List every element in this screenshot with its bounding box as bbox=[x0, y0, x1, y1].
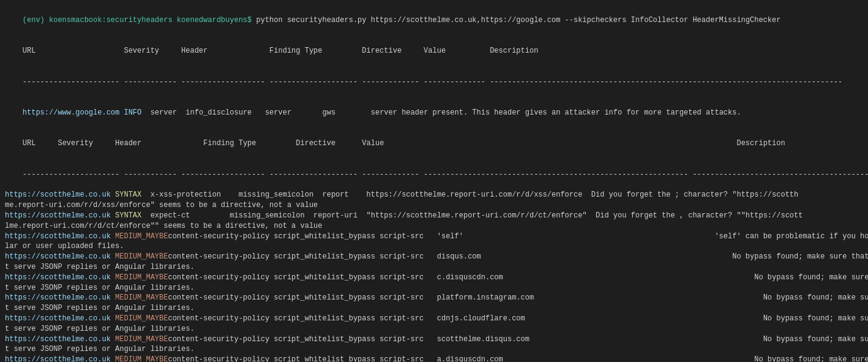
row-finding: script_whitelist_bypass bbox=[269, 293, 375, 302]
table-row: https://scotthelme.co.uk MEDIUM_MAYBEcon… bbox=[5, 232, 863, 242]
row-finding: missing_semicolon bbox=[221, 190, 313, 199]
row-directive: script-src bbox=[375, 355, 424, 362]
row-directive: script-src bbox=[375, 232, 424, 241]
row-desc: 'self' can be problematic if you host JS… bbox=[463, 232, 868, 241]
prompt: (env) koensmacbook:securityheaders koene… bbox=[23, 16, 256, 25]
row-header: content-security-policy bbox=[168, 355, 269, 362]
row-severity: MEDIUM_MAYBE bbox=[115, 252, 168, 261]
table-row: https://scotthelme.co.uk MEDIUM_MAYBEcon… bbox=[5, 334, 863, 345]
row-directive: script-src bbox=[375, 252, 424, 261]
table-row: https://scotthelme.co.uk MEDIUM_MAYBEcon… bbox=[5, 252, 863, 262]
google-url: https://www.google.com bbox=[23, 108, 119, 117]
row-header: content-security-policy bbox=[168, 335, 269, 344]
divider-2: ---------------------- ------------ ----… bbox=[5, 159, 863, 190]
row-desc: No bypass found; make sure that this URL… bbox=[481, 252, 868, 261]
row-desc: No bypass found; make sure that this URL… bbox=[529, 335, 868, 344]
row-value: c.disquscdn.com bbox=[424, 273, 503, 282]
row-severity: MEDIUM_MAYBE bbox=[115, 273, 168, 282]
google-row: https://www.google.com INFO server info_… bbox=[5, 97, 863, 128]
table-row: t serve JSONP replies or Angular librari… bbox=[5, 344, 863, 355]
row-header: content-security-policy bbox=[168, 273, 269, 282]
row-severity: MEDIUM_MAYBE bbox=[115, 355, 168, 362]
table-row: lar or user uploaded files. bbox=[5, 241, 863, 252]
row-url: https://scotthelme.co.uk bbox=[5, 335, 111, 344]
row-desc: Did you forget the , character? ""https:… bbox=[587, 211, 803, 220]
row-severity: MEDIUM_MAYBE bbox=[115, 232, 168, 241]
header-line-2: URL Severity Header Finding Type Directi… bbox=[5, 129, 863, 159]
row-severity: MEDIUM_MAYBE bbox=[115, 314, 168, 323]
row-header: content-security-policy bbox=[168, 314, 269, 323]
row-value: platform.instagram.com bbox=[424, 293, 534, 302]
row-url: https://scotthelme.co.uk bbox=[5, 314, 111, 323]
row-url: https://scotthelme.co.uk bbox=[5, 273, 111, 282]
row-url: https://scotthelme.co.uk bbox=[5, 293, 111, 302]
row-value: disqus.com bbox=[424, 252, 481, 261]
row-desc: No bypass found; make sure that this URL… bbox=[503, 355, 868, 362]
row-value: "https://scotthelme.report-uri.com/r/d/c… bbox=[357, 211, 586, 220]
table-row: https://scotthelme.co.uk MEDIUM_MAYBEcon… bbox=[5, 314, 863, 324]
row-finding: missing_semicolon bbox=[190, 211, 304, 220]
command: python securityheaders.py https://scotth… bbox=[256, 16, 780, 25]
table-row: t serve JSONP replies or Angular librari… bbox=[5, 324, 863, 334]
row-severity: SYNTAX bbox=[115, 211, 141, 220]
row-directive: report bbox=[313, 190, 349, 199]
row-finding: script_whitelist_bypass bbox=[269, 314, 375, 323]
row-value: https://scotthelme.report-uri.com/r/d/xs… bbox=[349, 190, 583, 199]
row-finding: script_whitelist_bypass bbox=[269, 335, 375, 344]
terminal: (env) koensmacbook:securityheaders koene… bbox=[5, 5, 863, 362]
row-value: 'self' bbox=[424, 232, 463, 241]
row-header: content-security-policy bbox=[168, 293, 269, 302]
header-line-1: URL Severity Header Finding Type Directi… bbox=[5, 36, 863, 66]
row-value: cdnjs.cloudflare.com bbox=[424, 314, 525, 323]
table-row: https://scotthelme.co.uk MEDIUM_MAYBEcon… bbox=[5, 273, 863, 283]
row-directive: script-src bbox=[375, 335, 424, 344]
row-directive: script-src bbox=[375, 293, 424, 302]
row-desc: Did you forget the ; character? "https:/… bbox=[582, 190, 798, 199]
table-row: t serve JSONP replies or Angular librari… bbox=[5, 303, 863, 314]
row-finding: script_whitelist_bypass bbox=[269, 252, 375, 261]
google-severity: INFO bbox=[119, 108, 141, 117]
table-row: t serve JSONP replies or Angular librari… bbox=[5, 283, 863, 293]
row-finding: script_whitelist_bypass bbox=[269, 355, 375, 362]
row-desc: No bypass found; make sure that this URL… bbox=[534, 293, 868, 302]
table-row: https://scotthelme.co.uk MEDIUM_MAYBEcon… bbox=[5, 355, 863, 362]
row-value: scotthelme.disqus.com bbox=[424, 335, 529, 344]
row-header: expect-ct bbox=[141, 211, 190, 220]
row-desc: No bypass found; make sure that this URL… bbox=[503, 273, 868, 282]
row-directive: script-src bbox=[375, 273, 424, 282]
table-row: https://scotthelme.co.uk SYNTAX x-xss-pr… bbox=[5, 190, 863, 200]
row-url: https://scotthelme.co.uk bbox=[5, 211, 111, 220]
table-row: https://scotthelme.co.uk MEDIUM_MAYBEcon… bbox=[5, 293, 863, 303]
table-row: me.report-uri.com/r/d/xss/enforce" seems… bbox=[5, 200, 863, 211]
row-finding: script_whitelist_bypass bbox=[269, 232, 375, 241]
row-header: content-security-policy bbox=[168, 252, 269, 261]
table-row: https://scotthelme.co.uk SYNTAX expect-c… bbox=[5, 211, 863, 221]
command-line: (env) koensmacbook:securityheaders koene… bbox=[5, 5, 863, 36]
row-url: https://scotthelme.co.uk bbox=[5, 190, 111, 199]
row-finding: script_whitelist_bypass bbox=[269, 273, 375, 282]
row-directive: script-src bbox=[375, 314, 424, 323]
table-row: t serve JSONP replies or Angular librari… bbox=[5, 262, 863, 273]
table-row: lme.report-uri.com/r/d/ct/enforce"" seem… bbox=[5, 221, 863, 232]
row-url: https://scotthelme.co.uk bbox=[5, 232, 111, 241]
row-severity: SYNTAX bbox=[115, 190, 141, 199]
row-url: https://scotthelme.co.uk bbox=[5, 252, 111, 261]
row-desc: No bypass found; make sure that this URL… bbox=[525, 314, 868, 323]
row-severity: MEDIUM_MAYBE bbox=[115, 293, 168, 302]
row-url: https://scotthelme.co.uk bbox=[5, 355, 111, 362]
row-header: x-xss-protection bbox=[141, 190, 221, 199]
rows-container: https://scotthelme.co.uk SYNTAX x-xss-pr… bbox=[5, 190, 863, 362]
divider-1: ---------------------- ------------ ----… bbox=[5, 67, 863, 97]
row-header: content-security-policy bbox=[168, 232, 269, 241]
row-severity: MEDIUM_MAYBE bbox=[115, 335, 168, 344]
row-value: a.disquscdn.com bbox=[424, 355, 503, 362]
row-directive: report-uri bbox=[305, 211, 357, 220]
